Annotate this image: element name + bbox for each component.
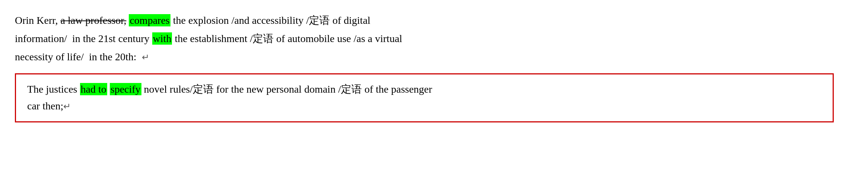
- highlight-specify: specify: [110, 83, 141, 95]
- strikethrough-law-professor: a law professor,: [61, 15, 127, 26]
- quoted-text: The justices had to specify novel rules/…: [27, 81, 821, 115]
- text-necessity: necessity of life/ in the 20th: ↵: [15, 51, 149, 63]
- text-explosion: the explosion /and accessibility /定语 of …: [170, 15, 370, 26]
- text-orin-kerr: Orin Kerr,: [15, 15, 61, 26]
- text-space2: [107, 83, 110, 95]
- text-establishment: the establishment /定语 of automobile use …: [172, 33, 402, 44]
- text-novel-rules: novel rules/定语 for the new personal doma…: [141, 83, 433, 95]
- content-area: Orin Kerr, a law professor, compares the…: [15, 11, 834, 122]
- highlight-with: with: [152, 32, 172, 45]
- text-information: information/ in the 21st century: [15, 33, 152, 44]
- text-justices: The justices: [27, 83, 80, 95]
- quoted-block: The justices had to specify novel rules/…: [15, 73, 834, 122]
- highlight-had-to: had to: [80, 83, 107, 95]
- text-car-then: car then;↵: [27, 100, 71, 112]
- paragraph-1: Orin Kerr, a law professor, compares the…: [15, 11, 834, 66]
- highlight-compares: compares: [129, 14, 170, 26]
